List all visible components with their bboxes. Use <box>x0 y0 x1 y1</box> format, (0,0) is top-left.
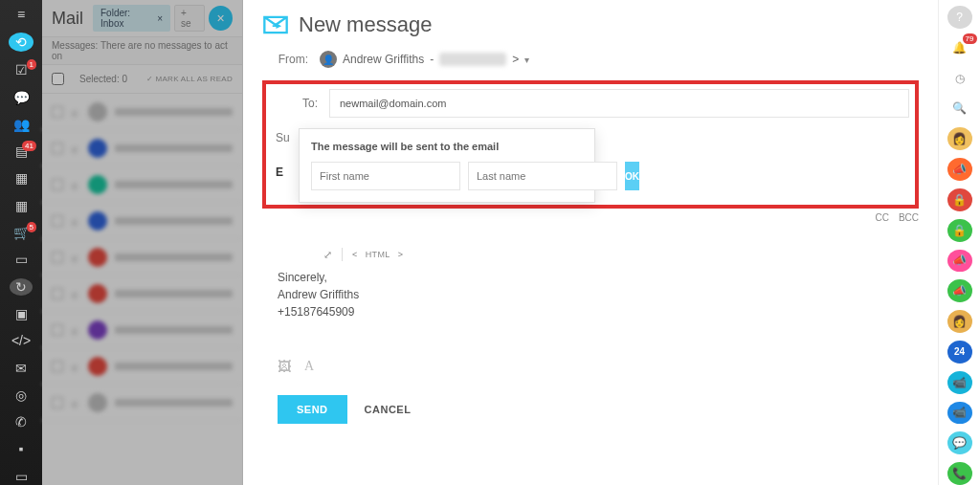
row-avatar <box>88 175 107 194</box>
row-avatar <box>88 102 107 121</box>
menu-icon[interactable]: ≡ <box>10 6 33 23</box>
rail-code-icon[interactable]: </> <box>10 332 33 349</box>
from-gt: > <box>512 53 519 66</box>
rail-chat-icon[interactable]: 💬 <box>10 88 33 105</box>
attach-image-icon[interactable]: 🖼 <box>278 359 291 374</box>
mail-row[interactable]: ≡ <box>42 166 242 203</box>
rail-filter-icon[interactable]: ▤ <box>10 143 33 160</box>
row-checkbox[interactable] <box>52 324 63 336</box>
bubble-green-lock-icon[interactable]: 🔒 <box>947 219 972 242</box>
rail-more-icon[interactable]: ▪ <box>10 440 33 457</box>
cancel-button[interactable]: CANCEL <box>365 404 412 415</box>
mail-row[interactable]: ≡ <box>42 276 242 312</box>
row-checkbox[interactable] <box>52 288 63 299</box>
bubble-24-icon[interactable]: 24 <box>947 341 972 364</box>
popover-ok-button[interactable]: OK <box>625 162 639 190</box>
panel-close-button[interactable]: × <box>209 6 233 31</box>
bubble-green2-icon[interactable]: 📣 <box>947 279 972 302</box>
bubble-video2-icon[interactable]: 📹 <box>947 402 972 425</box>
bubble-call-icon[interactable]: 📞 <box>947 462 972 485</box>
rail-book-icon[interactable]: ▣ <box>10 305 33 322</box>
select-all-checkbox[interactable] <box>52 73 64 85</box>
row-menu-icon[interactable]: ≡ <box>71 253 80 262</box>
avatar-1[interactable]: 👩 <box>947 127 972 150</box>
rail-feed-button[interactable]: ⟲ <box>9 33 33 52</box>
row-checkbox[interactable] <box>52 252 63 263</box>
rail-mail-icon[interactable]: ✉ <box>10 359 33 376</box>
from-avatar-icon: 👤 <box>320 51 337 68</box>
row-avatar <box>88 248 107 267</box>
mail-row[interactable]: ≡ <box>42 94 242 130</box>
from-dropdown-caret-icon[interactable]: ▾ <box>524 55 529 65</box>
rail-target-icon[interactable]: ◎ <box>10 386 33 404</box>
row-menu-icon[interactable]: ≡ <box>71 143 80 153</box>
cc-bcc-row: CC BCC <box>262 212 919 223</box>
rail-apps-icon[interactable]: ▦ <box>10 197 33 214</box>
row-avatar <box>88 320 107 340</box>
mail-row[interactable]: ≡ <box>42 348 242 385</box>
row-preview <box>115 108 233 116</box>
mail-row[interactable]: ≡ <box>42 239 242 276</box>
mail-row[interactable]: ≡ <box>42 203 242 239</box>
help-icon[interactable]: ? <box>947 6 972 29</box>
bubble-red-lock-icon[interactable]: 🔒 <box>947 188 972 211</box>
compose-actions: SEND CANCEL <box>278 395 919 424</box>
mail-row[interactable]: ≡ <box>42 312 242 348</box>
rail-card-icon[interactable]: ▭ <box>10 251 33 268</box>
row-preview <box>115 254 233 261</box>
row-menu-icon[interactable]: ≡ <box>71 180 80 189</box>
to-input[interactable] <box>329 89 909 118</box>
row-menu-icon[interactable]: ≡ <box>71 216 80 226</box>
row-checkbox[interactable] <box>52 143 63 154</box>
row-avatar <box>88 284 107 303</box>
bcc-button[interactable]: BCC <box>899 212 919 223</box>
row-preview <box>115 363 233 370</box>
mail-header: Mail Folder: Inbox × + se × <box>42 0 242 36</box>
row-checkbox[interactable] <box>52 397 63 408</box>
bubble-chat-icon[interactable]: 💬 <box>947 431 972 454</box>
from-value[interactable]: 👤 Andrew Griffiths - > ▾ <box>320 51 529 68</box>
row-checkbox[interactable] <box>52 215 63 227</box>
rail-tasks-icon[interactable]: ☑ <box>10 61 33 78</box>
toolbar-expand[interactable]: ⤢ <box>323 249 332 261</box>
mail-row[interactable]: ≡ <box>42 385 242 421</box>
toolbar-html-toggle[interactable]: <HTML> <box>352 250 403 259</box>
bubble-pink-icon[interactable]: 📣 <box>947 250 972 273</box>
compose-title: New message <box>299 12 432 37</box>
rail-last-icon[interactable]: ▭ <box>10 468 33 485</box>
signature-line1: Sincerely, <box>278 269 919 286</box>
send-button[interactable]: SEND <box>278 395 347 424</box>
folder-chip[interactable]: Folder: Inbox × <box>93 5 170 32</box>
row-avatar <box>88 357 107 376</box>
rail-calendar-icon[interactable]: ▦ <box>10 169 33 187</box>
rail-phone-icon[interactable]: ✆ <box>10 413 33 430</box>
row-menu-icon[interactable]: ≡ <box>71 107 80 117</box>
mark-all-read-button[interactable]: ✓ MARK ALL AS READ <box>146 75 233 83</box>
rail-people-icon[interactable]: 👥 <box>10 116 33 133</box>
search-icon[interactable]: 🔍 <box>947 97 972 120</box>
bell-icon[interactable]: 🔔 <box>947 36 972 59</box>
attach-font-icon[interactable]: A <box>304 359 314 374</box>
row-checkbox[interactable] <box>52 106 63 118</box>
chip-close-icon[interactable]: × <box>157 13 163 24</box>
row-menu-icon[interactable]: ≡ <box>71 398 80 408</box>
row-checkbox[interactable] <box>52 361 63 372</box>
mail-row[interactable]: ≡ <box>42 130 242 166</box>
annotation-highlight: To: Su E The message will be sent to the… <box>262 80 919 209</box>
row-menu-icon[interactable]: ≡ <box>71 289 80 298</box>
bubble-video1-icon[interactable]: 📹 <box>947 371 972 394</box>
cc-button[interactable]: CC <box>875 212 888 223</box>
first-name-input[interactable] <box>311 162 460 190</box>
compose-body[interactable]: Sincerely, Andrew Griffiths +15187645909 <box>278 269 919 345</box>
bubble-orange-icon[interactable]: 📣 <box>947 158 972 181</box>
add-folder-chip[interactable]: + se <box>174 5 205 32</box>
row-menu-icon[interactable]: ≡ <box>71 362 80 371</box>
avatar-2[interactable]: 👩 <box>947 310 972 333</box>
row-menu-icon[interactable]: ≡ <box>71 325 80 335</box>
last-name-input[interactable] <box>468 162 617 190</box>
compose-icon <box>262 11 289 38</box>
rail-sync-icon[interactable]: ↻ <box>10 278 33 296</box>
row-checkbox[interactable] <box>52 179 63 190</box>
clock-icon[interactable]: ◷ <box>947 67 972 90</box>
rail-cart-icon[interactable]: 🛒 <box>10 224 33 241</box>
